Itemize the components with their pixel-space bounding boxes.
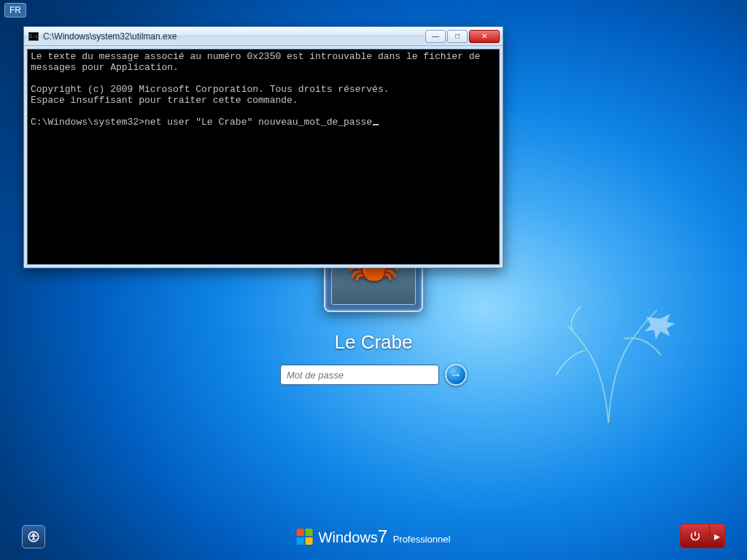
terminal-cursor xyxy=(373,124,379,125)
ease-of-access-icon xyxy=(27,530,40,543)
terminal-line: Copyright (c) 2009 Microsoft Corporation… xyxy=(31,84,389,95)
terminal-line: messages pour Application. xyxy=(31,62,179,73)
maximize-icon: □ xyxy=(455,32,460,40)
brand-product: Windows xyxy=(319,529,378,545)
cmd-icon xyxy=(28,32,39,41)
terminal-line: Le texte du message associé au numéro 0x… xyxy=(31,51,480,62)
window-titlebar[interactable]: C:\Windows\system32\utilman.exe — □ ✕ xyxy=(24,27,503,46)
username-label: Le Crabe xyxy=(335,331,413,354)
minimize-button[interactable]: — xyxy=(425,30,446,43)
brand-edition: Professionnel xyxy=(393,534,451,545)
power-button-group: ▸ xyxy=(680,524,725,548)
background-decoration xyxy=(528,262,689,423)
terminal-line: C:\Windows\system32>net user "Le Crabe" … xyxy=(31,117,372,128)
svg-point-1 xyxy=(33,534,34,535)
window-title: C:\Windows\system32\utilman.exe xyxy=(43,31,425,42)
shutdown-button[interactable] xyxy=(681,524,710,548)
arrow-right-icon: → xyxy=(450,368,462,381)
windows-branding: Windows7 Professionnel xyxy=(297,526,451,547)
power-icon xyxy=(689,530,701,542)
ease-of-access-button[interactable] xyxy=(22,525,45,548)
password-input[interactable] xyxy=(280,365,439,385)
windows-logo-icon xyxy=(297,529,313,545)
terminal-output[interactable]: Le texte du message associé au numéro 0x… xyxy=(27,49,500,265)
minimize-icon: — xyxy=(432,32,439,40)
language-indicator[interactable]: FR xyxy=(4,3,26,18)
brand-version: 7 xyxy=(378,526,387,546)
submit-login-button[interactable]: → xyxy=(445,364,467,386)
close-icon: ✕ xyxy=(481,32,487,40)
maximize-button[interactable]: □ xyxy=(447,30,468,43)
shutdown-options-button[interactable]: ▸ xyxy=(710,524,724,548)
command-prompt-window[interactable]: C:\Windows\system32\utilman.exe — □ ✕ Le… xyxy=(23,26,503,268)
chevron-right-icon: ▸ xyxy=(714,529,720,543)
close-button[interactable]: ✕ xyxy=(469,30,500,43)
terminal-line: Espace insuffisant pour traiter cette co… xyxy=(31,95,298,106)
